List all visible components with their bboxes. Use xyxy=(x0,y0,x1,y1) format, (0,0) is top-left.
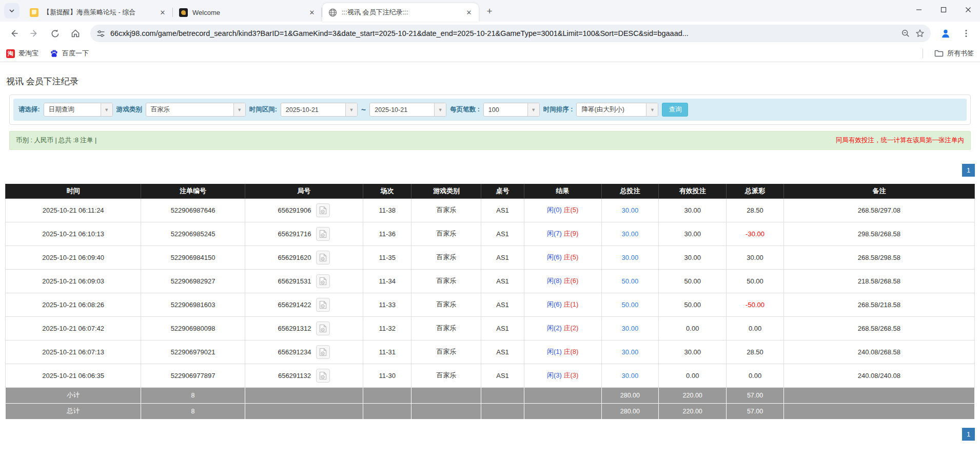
browser-toolbar: 66cxkj98.com/game/betrecord_search/kind3… xyxy=(0,22,980,45)
tab-close-icon[interactable]: ✕ xyxy=(464,8,474,17)
bookmark-star-icon[interactable] xyxy=(915,29,925,38)
chevron-down-icon[interactable]: ▼ xyxy=(101,103,112,116)
cell-total-bet[interactable]: 30.00 xyxy=(601,316,658,340)
chevron-down-icon[interactable]: ▼ xyxy=(345,103,357,116)
column-header: 时间 xyxy=(6,184,141,198)
maximize-button[interactable] xyxy=(936,3,951,16)
sort-select[interactable]: 降幂(由大到小) ▼ xyxy=(576,103,658,117)
cell-total-bet[interactable]: 30.00 xyxy=(601,222,658,245)
video-replay-button[interactable] xyxy=(316,298,330,312)
tab-welcome[interactable]: Welcome ✕ xyxy=(173,3,322,22)
table-row: 2025-10-21 06:09:40522906984150656291620… xyxy=(6,245,975,269)
cell-table-no: AS1 xyxy=(481,222,524,245)
cell-total-bet[interactable]: 30.00 xyxy=(601,245,658,269)
video-replay-button[interactable] xyxy=(316,345,330,359)
url-text[interactable]: 66cxkj98.com/game/betrecord_search/kind3… xyxy=(110,29,896,37)
film-document-icon xyxy=(319,277,327,286)
profile-avatar[interactable] xyxy=(937,25,954,42)
cell-valid-bet: 30.00 xyxy=(659,198,727,222)
reload-button[interactable] xyxy=(46,25,64,42)
cell-remark: 268.58/268.58 xyxy=(783,316,974,340)
site-settings-icon[interactable] xyxy=(96,29,105,38)
browser-menu-button[interactable] xyxy=(957,25,975,42)
summary-bar: 币别 : 人民币 | 总共 :8 注单 | 同局有效投注，统一计算在该局第一张注… xyxy=(9,131,971,150)
cell-result: 闲(2) 庄(2) xyxy=(524,316,601,340)
cell-time: 2025-10-21 06:08:26 xyxy=(6,293,141,316)
chevron-down-icon[interactable]: ▼ xyxy=(434,103,446,116)
video-replay-button[interactable] xyxy=(316,321,330,335)
bookmarks-bar: 淘 爱淘宝 百度一下 所有书签 xyxy=(0,45,980,62)
bet-records-table: 时间注单编号局号场次游戏类别桌号结果总投注有效投注总派彩备注 2025-10-2… xyxy=(5,184,975,420)
date-range-label: 时间区间: xyxy=(249,105,277,114)
player-result: 闲(0) xyxy=(547,206,562,214)
cell-valid-bet: 0.00 xyxy=(659,364,727,387)
cell-remark: 240.08/240.08 xyxy=(783,364,974,387)
cell-valid-bet: 30.00 xyxy=(659,245,727,269)
table-row: 2025-10-21 06:06:35522906977897656291132… xyxy=(6,364,975,387)
chevron-down-icon[interactable]: ▼ xyxy=(527,103,539,116)
cell-session: 11-31 xyxy=(363,340,411,364)
arrow-right-icon xyxy=(29,28,40,39)
cell-game: 百家乐 xyxy=(411,316,481,340)
sort-label: 时间排序 : xyxy=(543,105,573,114)
cell-payout: -30.00 xyxy=(727,222,783,245)
chevron-down-icon[interactable]: ▼ xyxy=(233,103,245,116)
cell-total-bet[interactable]: 30.00 xyxy=(601,364,658,387)
total-label: 总计 xyxy=(6,403,141,419)
grand-total-row: 总计 8 280.00 220.00 57.00 xyxy=(6,403,975,419)
tab-bet-records-active[interactable]: :::视讯 会员下注纪录::: ✕ xyxy=(322,3,479,22)
tab-search-button[interactable] xyxy=(4,3,19,18)
video-replay-button[interactable] xyxy=(316,251,330,264)
video-replay-button[interactable] xyxy=(316,203,330,217)
all-bookmarks-button[interactable]: 所有书签 xyxy=(934,49,974,58)
page-number-button[interactable]: 1 xyxy=(962,164,975,177)
cell-round: 656291716 xyxy=(245,222,363,245)
cell-valid-bet: 0.00 xyxy=(659,316,727,340)
back-button[interactable] xyxy=(5,25,23,42)
cell-remark: 268.58/297.08 xyxy=(783,198,974,222)
bookmark-taobao[interactable]: 淘 爱淘宝 xyxy=(6,49,38,58)
column-header: 桌号 xyxy=(481,184,524,198)
date-start-select[interactable]: 2025-10-21 ▼ xyxy=(281,103,358,117)
tab-title: :::视讯 会员下注纪录::: xyxy=(342,8,460,17)
url-bar[interactable]: 66cxkj98.com/game/betrecord_search/kind3… xyxy=(90,25,931,42)
player-result: 闲(1) xyxy=(547,348,562,355)
query-type-select[interactable]: 日期查询 ▼ xyxy=(44,103,113,117)
forward-button[interactable] xyxy=(26,25,43,42)
taobao-icon: 淘 xyxy=(6,49,15,58)
tab-close-icon[interactable]: ✕ xyxy=(307,8,317,17)
cell-session: 11-38 xyxy=(363,198,411,222)
cell-result: 闲(3) 庄(3) xyxy=(524,364,601,387)
home-button[interactable] xyxy=(67,25,84,42)
bookmark-baidu[interactable]: 百度一下 xyxy=(50,49,89,58)
video-replay-button[interactable] xyxy=(316,227,330,241)
cell-total-bet[interactable]: 50.00 xyxy=(601,293,658,316)
cell-result: 闲(6) 庄(1) xyxy=(524,293,601,316)
cell-table-no: AS1 xyxy=(481,198,524,222)
cell-bet-id: 522906981603 xyxy=(141,293,245,316)
cell-total-bet[interactable]: 50.00 xyxy=(601,269,658,293)
close-window-button[interactable] xyxy=(961,3,976,16)
video-replay-button[interactable] xyxy=(316,369,330,383)
table-row: 2025-10-21 06:10:13522906985245656291716… xyxy=(6,222,975,245)
tab-forum[interactable]: 【新提醒】海燕策略论坛 - 综合 ✕ xyxy=(24,3,172,22)
zoom-icon[interactable] xyxy=(901,29,910,38)
player-result: 闲(8) xyxy=(547,277,562,285)
minimize-button[interactable] xyxy=(911,3,927,16)
chevron-down-icon[interactable]: ▼ xyxy=(646,103,658,116)
cell-round: 656291234 xyxy=(245,340,363,364)
video-replay-button[interactable] xyxy=(316,274,330,288)
page-number-button[interactable]: 1 xyxy=(962,428,975,441)
new-tab-button[interactable]: + xyxy=(482,4,497,19)
date-end-select[interactable]: 2025-10-21 ▼ xyxy=(369,103,446,117)
cell-total-bet[interactable]: 30.00 xyxy=(601,198,658,222)
cell-total-bet[interactable]: 30.00 xyxy=(601,340,658,364)
search-button[interactable]: 查询 xyxy=(662,103,688,117)
cell-bet-id: 522906984150 xyxy=(141,245,245,269)
per-page-select[interactable]: 100 ▼ xyxy=(483,103,540,117)
tab-close-icon[interactable]: ✕ xyxy=(158,8,167,17)
page-title: 视讯 会员下注纪录 xyxy=(6,75,980,87)
game-type-select[interactable]: 百家乐 ▼ xyxy=(146,103,246,117)
cell-remark: 240.08/268.58 xyxy=(783,340,974,364)
cell-bet-id: 522906980098 xyxy=(141,316,245,340)
